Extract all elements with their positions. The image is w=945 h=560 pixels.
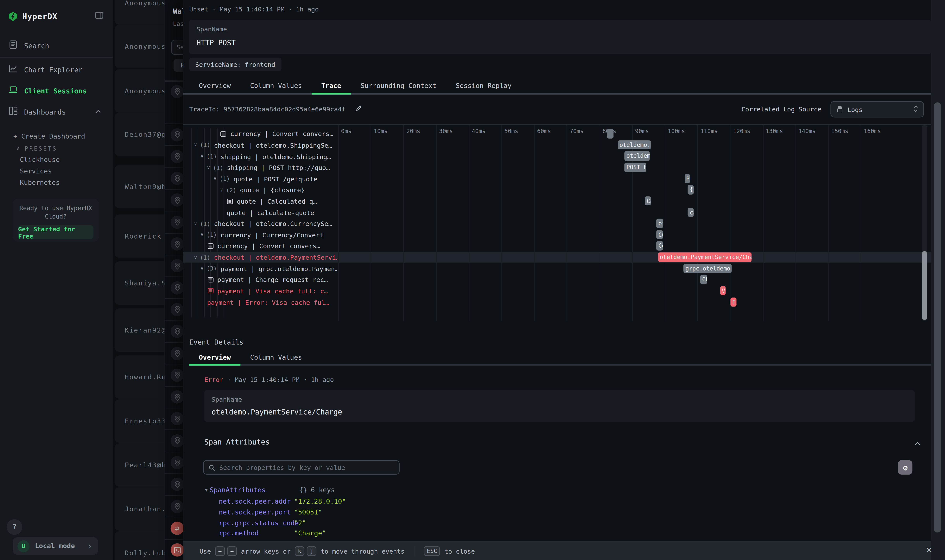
tab-session-replay[interactable]: Session Replay [446,79,521,92]
trace-span-bar[interactable]: POST /getquote [684,174,690,183]
session-card[interactable]: Pearl43@ho [115,443,165,487]
preset-item-kubernetes[interactable]: Kubernetes [0,177,113,189]
chevron-down-icon[interactable]: ∨ [200,232,203,238]
scrollbar-thumb[interactable] [934,102,941,532]
trace-span-bar[interactable]: Visa cache full: c [720,286,726,295]
edit-pencil-icon[interactable] [355,105,362,113]
chevron-down-icon[interactable]: ∨ [194,142,197,148]
trace-span-row[interactable]: ∨(1)checkout | oteldemo.PaymentServi… [183,252,337,263]
attribute-row[interactable]: rpc.method"Charge" [219,529,326,537]
trace-span-bar[interactable]: Calculated q [645,196,651,206]
trace-span-bar[interactable]: oteldemo.Sh [624,152,650,161]
chevron-down-icon[interactable]: ∨ [200,266,203,271]
presets-label: PRESETS [25,145,57,152]
session-card[interactable]: Anonymous [115,0,165,25]
session-card[interactable]: Dolly.Lubo [115,531,165,560]
trace-span-row[interactable]: ∨(1)checkout | oteldemo.ShippingSe… [183,140,337,151]
tab-surrounding-context[interactable]: Surrounding Context [351,79,446,92]
chevron-down-icon[interactable]: ∨ [194,221,197,226]
attribute-row[interactable]: rpc.grpc.status_code"2" [219,519,306,527]
preset-item-services[interactable]: Services [0,166,113,177]
trace-span-bar[interactable]: oteldemo. [618,140,651,149]
trace-span-bar[interactable] [607,129,614,138]
trace-span-bar[interactable]: grpc.oteldemo. [684,263,732,273]
trace-span-bar[interactable]: oteldemo.CurrencySe [657,219,663,228]
get-started-button[interactable]: Get Started for Free [18,225,94,239]
create-dashboard-button[interactable]: + Create Dashboard [0,131,113,142]
trace-span-row[interactable]: payment | Error: Visa cache ful… [183,297,337,308]
chevron-down-icon[interactable]: ∨ [207,165,210,170]
log-source-select[interactable]: Logs [830,101,924,117]
preset-item-clickhouse[interactable]: Clickhouse [0,154,113,166]
chevron-down-icon[interactable]: ∨ [214,176,217,182]
sidebar-item-search[interactable]: Search [0,35,113,56]
trace-span-row[interactable]: payment | Visa cache full: c… [183,285,337,297]
service-name-chip[interactable]: ServiceName: frontend [189,58,281,71]
trace-span-row[interactable]: ∨(1)quote | POST /getquote [183,173,337,185]
attribute-row[interactable]: net.sock.peer.addr"172.28.0.10" [219,498,346,505]
session-card[interactable]: Anonymous [115,25,165,68]
local-mode-button[interactable]: U Local mode › [12,537,98,555]
chevron-up-icon[interactable] [914,438,921,450]
session-card[interactable]: Roderick_S [115,214,165,258]
span-row-label: quote | calculate-quote [227,209,314,216]
trace-span-row[interactable]: ∨(1)checkout | oteldemo.CurrencySe… [183,218,337,229]
session-card[interactable]: Jonathan.B [115,487,165,531]
attribute-row[interactable]: net.sock.peer.port"50051" [219,508,322,516]
session-card[interactable]: Howard.Run [115,355,165,399]
trace-span-bar[interactable]: Charge request rec [700,275,707,284]
chevron-down-icon: ∨ [16,146,20,151]
close-icon[interactable]: × [927,545,932,555]
attribute-value: "172.28.0.10" [294,498,346,505]
tab-overview[interactable]: Overview [189,79,240,92]
trace-span-bar[interactable]: {closure} [688,185,694,194]
trace-span-row[interactable]: currency | Convert convers… [183,240,337,252]
chevron-right-icon: › [88,542,92,550]
help-button[interactable]: ? [6,519,22,535]
chevron-down-icon[interactable]: ∨ [220,187,223,192]
trace-span-row[interactable]: currency | Convert convers… [183,128,337,140]
timeline-tick-label: 110ms [700,128,718,134]
trace-span-row[interactable]: ∨(1)currency | Currency/Convert [183,229,337,240]
gear-icon[interactable]: ⚙ [898,460,913,475]
tab-overview[interactable]: Overview [189,351,240,364]
trace-span-row[interactable]: ∨(1)shipping | POST http://quo… [183,162,337,173]
trace-span-row[interactable]: quote | calculate-quote [183,207,337,218]
trace-span-bar[interactable]: Error: Visa cache ful [731,297,736,306]
session-card[interactable]: Walton9@ho [115,165,165,209]
trace-span-row[interactable]: ∨(1)shipping | oteldemo.Shipping… [183,151,337,162]
span-row-label: currency | Currency/Convert [220,231,324,238]
trace-span-bar[interactable]: oteldemo.PaymentService/Char [658,252,752,262]
presets-toggle[interactable]: ∨PRESETS [0,142,113,154]
trace-span-row[interactable]: quote | Calculated q… [183,195,337,207]
attributes-search-input[interactable]: Search properties by key or value [203,460,399,475]
session-card[interactable]: Deion37@gm [115,112,165,156]
log-event-icon [220,131,227,137]
sidebar-collapse-icon[interactable] [95,11,104,22]
sidebar-item-dashboards[interactable]: Dashboards [0,101,113,122]
location-pin-icon [171,172,184,185]
trace-span-bar[interactable]: Currency/Convert [657,230,663,239]
trace-span-row[interactable]: ∨(2)quote | {closure} [183,184,337,195]
session-card[interactable]: Shaniya.Sc [115,262,165,305]
session-card[interactable]: Anonymous [115,69,165,112]
sidebar-item-client-sessions[interactable]: Client Sessions [0,80,113,101]
sidebar-item-chart-explorer[interactable]: Chart Explorer [0,59,113,80]
trace-span-bar[interactable]: Convert convers [657,241,663,251]
attributes-root-row[interactable]: ▼ SpanAttributes {} 6 keys [205,486,335,494]
span-name-label: SpanName [211,396,242,403]
tab-column-values[interactable]: Column Values [240,79,311,92]
tab-column-values[interactable]: Column Values [240,351,311,364]
trace-span-bar[interactable]: calculate-quote [688,208,694,217]
attribute-key: net.sock.peer.port [219,508,294,516]
session-card[interactable]: Ernesto33@ [115,399,165,443]
chevron-down-icon[interactable]: ∨ [200,154,203,159]
session-card[interactable]: Kieran92@h [115,308,165,352]
trace-span-row[interactable]: payment | Charge request rec… [183,274,337,285]
span-child-count: (1) [200,142,210,148]
tab-trace[interactable]: Trace [311,79,351,92]
scrollbar-thumb[interactable] [922,251,927,320]
trace-span-row[interactable]: ∨(3)payment | grpc.oteldemo.Paymen… [183,263,337,274]
trace-span-bar[interactable]: POST htt [624,163,646,172]
chevron-down-icon[interactable]: ∨ [194,255,197,260]
